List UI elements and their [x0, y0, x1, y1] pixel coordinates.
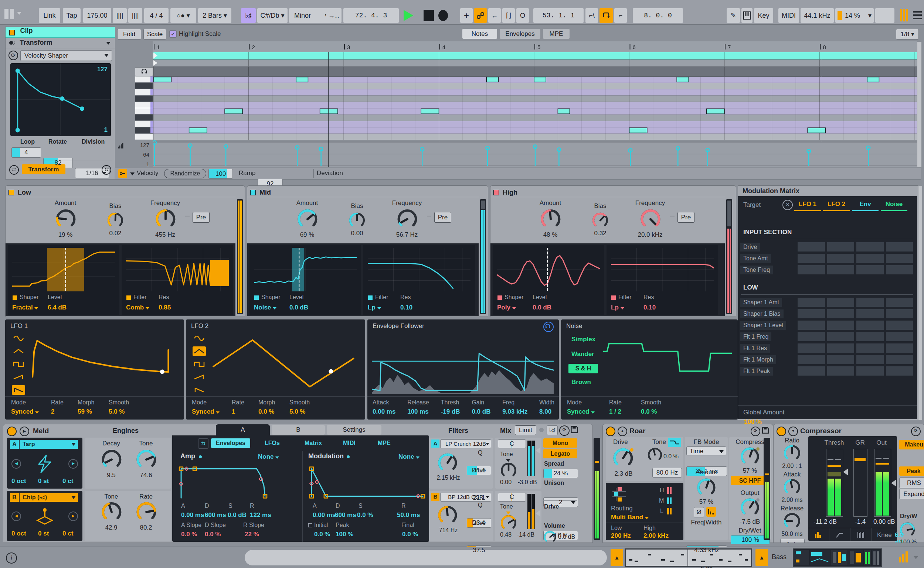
matrix-cell[interactable]: [856, 254, 884, 263]
tab-b[interactable]: B: [272, 425, 325, 435]
noise-option-sh-selected[interactable]: S & H: [568, 364, 598, 373]
frequency-knob[interactable]: [155, 207, 176, 229]
matrix-cell[interactable]: [827, 265, 854, 274]
param[interactable]: Release 100 ms: [407, 399, 429, 415]
matrix-cell[interactable]: [856, 265, 884, 274]
tab-mpe[interactable]: MPE: [543, 29, 570, 39]
piano-key[interactable]: [135, 83, 153, 89]
midi-map-button[interactable]: MIDI: [779, 8, 799, 23]
matrix-cell[interactable]: [827, 298, 854, 307]
lfo2-morph-value[interactable]: 0.0 %: [258, 408, 274, 415]
filter-b-tag[interactable]: B: [431, 492, 439, 501]
lfo1-morph-value[interactable]: 59 %: [77, 408, 92, 415]
matrix-cell[interactable]: [886, 332, 913, 341]
matrix-cell[interactable]: [827, 254, 854, 263]
lfo1-mode-select[interactable]: Synced: [11, 408, 39, 415]
matrix-cell[interactable]: [827, 309, 854, 318]
tone-filter-type-icon[interactable]: [668, 438, 681, 447]
matrix-cell[interactable]: [856, 320, 884, 330]
filter-b-q-field[interactable]: 23.4: [467, 518, 491, 528]
lane-select-chevron[interactable]: [130, 172, 135, 175]
lfo1-smooth-value[interactable]: 5.0 %: [109, 408, 124, 415]
next-preset-icon[interactable]: ▶: [68, 512, 78, 521]
follow-button[interactable]: →‥: [326, 8, 341, 23]
subtab-matrix[interactable]: Matrix: [304, 440, 322, 447]
matrix-cell[interactable]: [886, 320, 913, 330]
rms-button[interactable]: RMS: [899, 477, 924, 488]
punch-in-icon[interactable]: ⌈⌋: [502, 8, 515, 23]
out-value[interactable]: 0.00 dB: [873, 518, 903, 526]
loop-transform-icon[interactable]: ⇄: [9, 165, 19, 175]
spread-field[interactable]: 24 %: [543, 469, 578, 478]
res-value[interactable]: 0.10: [400, 304, 412, 311]
matrix-cell[interactable]: [827, 366, 854, 376]
punch-icon[interactable]: ⌐: [614, 8, 627, 23]
mix-a-tone-knob[interactable]: [500, 461, 517, 478]
matrix-col-noise[interactable]: Noise: [881, 201, 907, 211]
output-meter-icon[interactable]: [899, 551, 908, 562]
redo-icon[interactable]: ↻: [101, 165, 111, 175]
subtab-midi[interactable]: MIDI: [343, 440, 356, 447]
filter-a-tag[interactable]: A: [431, 440, 439, 448]
tab-settings[interactable]: Settings: [327, 425, 382, 435]
piano-key[interactable]: [135, 108, 153, 115]
session-view-toggle-icon[interactable]: [900, 9, 908, 23]
piano-key[interactable]: [135, 115, 153, 121]
play-button[interactable]: [404, 10, 413, 21]
filter-mode-select[interactable]: Lp: [368, 304, 381, 311]
window-control-icon[interactable]: [5, 9, 9, 19]
scrollbar-vertical[interactable]: [917, 41, 922, 168]
subtab-envelopes-selected[interactable]: Envelopes: [211, 438, 250, 448]
clear-target-icon[interactable]: ✕: [782, 200, 793, 210]
a-value[interactable]: 0.00 ms: [313, 512, 336, 519]
scale-aware-icon[interactable]: ♭♯: [547, 426, 558, 435]
band-mid-activator[interactable]: Mid: [250, 189, 271, 196]
square-wave-icon[interactable]: [192, 360, 206, 369]
metronome-ticks2-icon[interactable]: ||||: [128, 8, 142, 23]
volume-knob[interactable]: [543, 530, 557, 543]
matrix-cell[interactable]: [798, 320, 825, 330]
amount-knob[interactable]: [297, 207, 318, 229]
mono-button[interactable]: Mono: [543, 438, 577, 448]
matrix-cell[interactable]: [798, 242, 825, 251]
engine-a-cents[interactable]: 0 ct: [62, 477, 73, 485]
matrix-col-lfo2[interactable]: LFO 2: [823, 201, 850, 211]
matrix-cell[interactable]: [886, 309, 913, 318]
piano-key[interactable]: [135, 102, 153, 108]
prev-preset-icon[interactable]: ◀: [11, 512, 21, 521]
matrix-cell[interactable]: [856, 355, 884, 364]
compress-knob[interactable]: [740, 446, 760, 466]
thresh-meter[interactable]: [826, 449, 843, 517]
noise-smooth-value[interactable]: 0.0 %: [641, 408, 657, 415]
ramp-up-wave-icon[interactable]: [192, 372, 206, 382]
tab-a-selected[interactable]: A: [216, 424, 270, 435]
fb-amount-knob[interactable]: [696, 477, 716, 497]
transform-section-header[interactable]: Transform: [6, 38, 115, 48]
r-value[interactable]: 50.0 ms: [397, 512, 420, 519]
a-value[interactable]: 0.00 ms: [181, 512, 204, 519]
loop-field[interactable]: 4: [11, 147, 41, 158]
sine-wave-icon[interactable]: [192, 334, 206, 343]
routing-mode-select[interactable]: Multi Band: [611, 514, 649, 521]
matrix-cell[interactable]: [798, 332, 825, 341]
matrix-cell[interactable]: [856, 298, 884, 307]
mod-envelope-display[interactable]: [307, 464, 427, 500]
device-activator[interactable]: [777, 426, 786, 436]
punch-out-icon[interactable]: O: [517, 8, 529, 23]
noise-option-wander[interactable]: Wander: [571, 350, 594, 358]
shaper-activator[interactable]: [12, 295, 17, 300]
velocity-shaper-curve[interactable]: 127 1: [11, 63, 111, 136]
s-value[interactable]: 0.0 dB: [228, 512, 247, 519]
a-slope-value[interactable]: 0.0 %: [181, 531, 197, 538]
metronome-ticks-icon[interactable]: ||||: [113, 8, 127, 23]
level-value[interactable]: 6.4 dB: [48, 304, 67, 311]
scale-fold-button[interactable]: Scale: [143, 29, 166, 39]
window-control-icon[interactable]: [10, 9, 14, 19]
ramp-up-wave-icon[interactable]: [12, 372, 25, 382]
meter-menu-chevron[interactable]: [913, 556, 918, 559]
low-filter-display[interactable]: [126, 248, 229, 292]
record-button[interactable]: [438, 10, 448, 21]
noise-option-simplex[interactable]: Simplex: [571, 336, 595, 343]
mix-b-tone-knob[interactable]: [500, 514, 517, 531]
band-high-activator[interactable]: High: [494, 189, 517, 196]
